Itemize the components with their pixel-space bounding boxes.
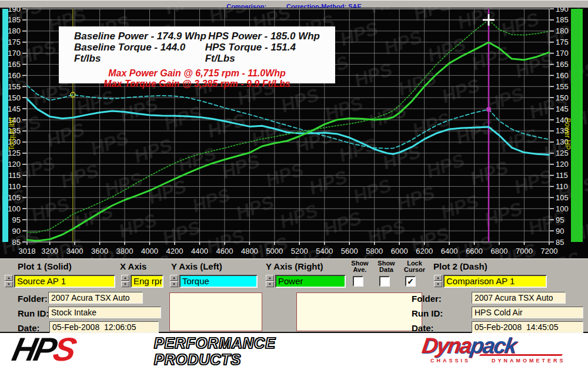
svg-text:4000: 4000: [141, 247, 158, 255]
runid-label-right: Run ID:: [412, 308, 443, 318]
svg-text:170: 170: [556, 49, 569, 58]
plot2-spinner[interactable]: ▲ ▼: [434, 275, 442, 288]
show-data-checkbox[interactable]: [379, 276, 390, 287]
svg-text:155: 155: [8, 82, 21, 91]
yaxis-left-spinner[interactable]: ▲ ▼: [170, 275, 178, 288]
svg-text:4400: 4400: [191, 247, 208, 255]
svg-text:5600: 5600: [341, 247, 358, 255]
svg-text:90: 90: [556, 227, 564, 236]
svg-text:6000: 6000: [391, 247, 408, 255]
svg-text:115: 115: [556, 171, 568, 180]
svg-text:155: 155: [556, 82, 569, 91]
folder-label-left: Folder:: [18, 294, 48, 304]
date-label-right: Date:: [412, 323, 434, 333]
svg-text:185: 185: [556, 15, 569, 24]
date-field-right[interactable]: 05-Feb-2008 14:45:05: [472, 321, 583, 333]
chassis-dynamometers-text: CHASSISDYNAMOMETERS: [430, 358, 566, 364]
yaxis-left-label: Y Axis (Left): [171, 261, 222, 271]
svg-text:6800: 6800: [491, 247, 508, 255]
svg-text:120: 120: [8, 160, 21, 169]
svg-text:Torque lbft: Torque lbft: [8, 117, 16, 150]
hps-torque-text: HPS Torque - 151.4 Ft/Lbs: [205, 42, 320, 64]
dyno-summary-box: Baseline Power - 174.9 Whp HPS Power - 1…: [59, 26, 335, 83]
folder-label-right: Folder:: [412, 294, 442, 304]
yaxis-left-select[interactable]: Torque: [179, 275, 258, 288]
dynapack-logo: Dynapack CHASSISDYNAMOMETERS: [422, 335, 566, 364]
svg-text:145: 145: [8, 105, 21, 113]
svg-text:145: 145: [556, 105, 569, 113]
svg-text:160: 160: [8, 71, 21, 80]
xaxis-spinner[interactable]: ▲ ▼: [121, 275, 129, 288]
yaxis-right-select[interactable]: Power: [275, 275, 346, 288]
folder-field-right[interactable]: 2007 Acura TSX Auto: [472, 292, 566, 304]
spin-up-icon[interactable]: ▲: [266, 275, 274, 281]
svg-text:6600: 6600: [466, 247, 483, 255]
runid-field-left[interactable]: Stock Intake: [48, 307, 161, 318]
right-green-strip: [571, 9, 583, 242]
spin-down-icon[interactable]: ▼: [121, 281, 129, 287]
plot1-spinner[interactable]: ▲ ▼: [5, 275, 13, 288]
svg-text:110: 110: [8, 182, 21, 191]
svg-text:85: 85: [12, 238, 21, 247]
svg-text:3200: 3200: [41, 247, 58, 255]
plot1-label: Plot 1 (Solid): [18, 261, 72, 271]
svg-text:90: 90: [12, 227, 21, 236]
svg-text:125: 125: [556, 149, 569, 157]
baseline-power-text: Baseline Power - 174.9 Whp: [74, 31, 206, 42]
svg-text:4800: 4800: [241, 247, 258, 255]
yaxis-right-label: Y Axis (Right): [266, 261, 323, 271]
svg-text:3800: 3800: [116, 247, 133, 255]
svg-text:175: 175: [556, 38, 569, 46]
svg-text:175: 175: [8, 38, 21, 46]
show-data-label: ShowData: [373, 260, 399, 273]
runid-label-left: Run ID:: [18, 308, 49, 318]
svg-text:100: 100: [556, 204, 569, 213]
svg-text:6400: 6400: [441, 247, 458, 255]
spin-up-icon[interactable]: ▲: [170, 275, 178, 281]
svg-text:3400: 3400: [66, 247, 83, 255]
svg-text:185: 185: [8, 15, 21, 24]
svg-text:4600: 4600: [216, 247, 233, 255]
spin-down-icon[interactable]: ▼: [170, 281, 178, 287]
svg-text:6200: 6200: [416, 247, 433, 255]
yaxis-right-spinner[interactable]: ▲ ▼: [266, 275, 274, 288]
dynapack-swoosh: [479, 354, 563, 356]
svg-text:3600: 3600: [91, 247, 108, 255]
svg-text:110: 110: [556, 182, 568, 191]
xaxis-select[interactable]: Eng rpm: [131, 275, 163, 288]
plot2-select[interactable]: Comparison AP 1: [443, 275, 547, 288]
folder-field-left[interactable]: 2007 Acura TSX Auto: [48, 292, 143, 304]
logo-strip: HPS PERFORMANCE PRODUCTS Dynapack CHASSI…: [0, 333, 588, 370]
svg-text:180: 180: [556, 26, 569, 35]
svg-text:150: 150: [8, 93, 21, 102]
show-ave-checkbox[interactable]: [353, 276, 363, 287]
svg-text:Power HP: Power HP: [563, 118, 572, 150]
spin-up-icon[interactable]: ▲: [5, 275, 13, 281]
lock-cursor-checkbox[interactable]: ✓: [405, 276, 416, 287]
svg-text:95: 95: [12, 216, 21, 224]
max-torque-gain-text: Max Torque Gain @ 3,385 rpm - 9.9 Ft/Lbs: [59, 79, 335, 89]
baseline-torque-text: Baseline Torque - 144.0 Ft/lbs: [74, 42, 205, 64]
spin-up-icon[interactable]: ▲: [434, 275, 442, 281]
hps-logo: HPS: [9, 332, 78, 367]
dyno-chart-area[interactable]: HPS HPS 85859090959510010010510511011011…: [0, 8, 588, 258]
svg-text:120: 120: [556, 160, 569, 169]
plot-titlebar: Comparison:Correction-Method: SAE: [0, 0, 588, 8]
spin-up-icon[interactable]: ▲: [121, 275, 129, 281]
plot1-select[interactable]: Source AP 1: [14, 275, 115, 288]
svg-text:5000: 5000: [266, 247, 283, 255]
svg-text:165: 165: [8, 60, 21, 69]
spin-down-icon[interactable]: ▼: [266, 281, 274, 287]
comment-box-right[interactable]: [296, 292, 422, 331]
svg-text:100: 100: [8, 204, 21, 213]
svg-text:105: 105: [8, 193, 21, 202]
spin-down-icon[interactable]: ▼: [5, 281, 13, 287]
spin-down-icon[interactable]: ▼: [434, 281, 442, 287]
runid-field-right[interactable]: HPS Cold Air: [472, 307, 583, 318]
svg-text:5200: 5200: [291, 247, 308, 255]
comment-box-left[interactable]: [169, 292, 262, 331]
svg-text:7000: 7000: [516, 247, 533, 255]
svg-text:7200: 7200: [541, 247, 558, 255]
svg-text:5800: 5800: [366, 247, 383, 255]
svg-text:165: 165: [556, 60, 569, 69]
